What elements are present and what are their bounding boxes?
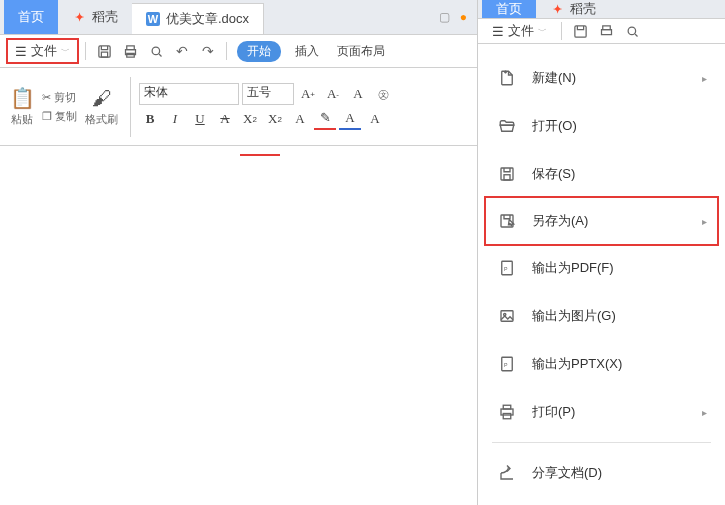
pptx-icon: P (496, 353, 518, 375)
menu-export-pdf[interactable]: P 输出为PDF(F) (478, 244, 725, 292)
save-icon (496, 163, 518, 185)
save-icon[interactable] (92, 39, 116, 63)
format-painter-group[interactable]: 🖌 格式刷 (81, 84, 122, 129)
menu-label: 新建(N) (532, 69, 576, 87)
tab-bar-left: 首页 ✦ 稻壳 W 优美文章.docx ▢ ● (0, 0, 477, 35)
redo-icon[interactable]: ↷ (196, 39, 220, 63)
phonetic-guide-button[interactable]: ㉆ (372, 83, 394, 105)
divider (226, 42, 227, 60)
ribbon: 📋 粘贴 ✂ 剪切 ❐ 复制 🖌 格式刷 宋体 (0, 68, 477, 146)
tab-home[interactable]: 首页 (4, 0, 58, 34)
paste-label: 粘贴 (11, 112, 33, 127)
menu-share[interactable]: 分享文档(D) (478, 449, 725, 497)
menu-open[interactable]: 打开(O) (478, 102, 725, 150)
copy-label: 复制 (55, 109, 77, 124)
menu-label: 输出为PDF(F) (532, 259, 614, 277)
file-menu-list: 新建(N) ▸ 打开(O) 保存(S) 另存为(A) ▸ P 输出为PDF(F) (478, 44, 725, 505)
svg-point-9 (628, 27, 636, 35)
tab-dao-right[interactable]: ✦ 稻壳 (536, 0, 610, 18)
tab-document[interactable]: W 优美文章.docx (132, 3, 264, 34)
print-preview-icon[interactable] (620, 19, 644, 43)
cursor-marker (240, 154, 280, 156)
format-painter-label: 格式刷 (85, 112, 118, 127)
tab-bar-right: 首页 ✦ 稻壳 (478, 0, 725, 19)
image-icon (496, 305, 518, 327)
decrease-font-button[interactable]: A- (322, 83, 344, 105)
svg-rect-8 (601, 29, 611, 34)
paste-group[interactable]: 📋 粘贴 (6, 84, 38, 129)
dao-icon: ✦ (72, 10, 86, 24)
copy-button[interactable]: ❐ 复制 (42, 109, 77, 124)
menu-print[interactable]: 打印(P) ▸ (478, 388, 725, 436)
underline-button[interactable]: U (189, 108, 211, 130)
print-preview-icon[interactable] (144, 39, 168, 63)
undo-icon[interactable]: ↶ (170, 39, 194, 63)
menu-save[interactable]: 保存(S) (478, 150, 725, 198)
dot-icon[interactable]: ● (460, 10, 467, 24)
menu-label: 输出为PPTX(X) (532, 355, 622, 373)
tab-dao-label-right: 稻壳 (570, 0, 596, 18)
cut-button[interactable]: ✂ 剪切 (42, 90, 77, 105)
menu-export-image[interactable]: 输出为图片(G) (478, 292, 725, 340)
brush-icon: 🖌 (90, 86, 114, 110)
cut-label: 剪切 (54, 90, 76, 105)
superscript-button[interactable]: X2 (239, 108, 261, 130)
chevron-right-icon: ▸ (702, 216, 707, 227)
font-group: 宋体 五号 A+ A- A ㉆ B I U A X2 X2 A ✎ A (139, 83, 394, 130)
bold-button[interactable]: B (139, 108, 161, 130)
menu-label: 打开(O) (532, 117, 577, 135)
tab-dao[interactable]: ✦ 稻壳 (58, 0, 132, 34)
font-size-select[interactable]: 五号 (242, 83, 294, 105)
save-icon[interactable] (568, 19, 592, 43)
file-label-right: 文件 (508, 22, 534, 40)
print-icon (496, 401, 518, 423)
chevron-right-icon: ▸ (702, 73, 707, 84)
quick-access-bar-right: ☰ 文件 ﹀ (478, 19, 725, 44)
start-tab[interactable]: 开始 (237, 41, 281, 62)
menu-new[interactable]: 新建(N) ▸ (478, 54, 725, 102)
file-menu-button-right[interactable]: ☰ 文件 ﹀ (484, 19, 555, 43)
svg-rect-21 (503, 414, 511, 419)
increase-font-button[interactable]: A+ (297, 83, 319, 105)
svg-text:P: P (504, 362, 508, 368)
print-icon[interactable] (118, 39, 142, 63)
document-canvas[interactable] (0, 146, 477, 505)
svg-point-5 (152, 47, 160, 55)
hamburger-icon: ☰ (492, 24, 504, 39)
scissors-icon: ✂ (42, 91, 51, 104)
svg-rect-1 (101, 52, 107, 57)
menu-label: 输出为图片(G) (532, 307, 616, 325)
tab-home-right[interactable]: 首页 (482, 0, 536, 18)
menu-label: 另存为(A) (532, 212, 588, 230)
print-icon[interactable] (594, 19, 618, 43)
file-menu-button[interactable]: ☰ 文件 ﹀ (6, 38, 79, 64)
chevron-down-icon: ﹀ (61, 45, 70, 58)
docx-icon: W (146, 12, 160, 26)
italic-button[interactable]: I (164, 108, 186, 130)
insert-tab[interactable]: 插入 (287, 43, 327, 60)
menu-label: 打印(P) (532, 403, 575, 421)
svg-rect-11 (504, 175, 510, 180)
divider (561, 22, 562, 40)
subscript-button[interactable]: X2 (264, 108, 286, 130)
text-effects-button[interactable]: A (289, 108, 311, 130)
change-case-button[interactable]: A (347, 83, 369, 105)
hamburger-icon: ☰ (15, 44, 27, 59)
font-color-button[interactable]: A (339, 108, 361, 130)
clear-formatting-button[interactable]: A (364, 108, 386, 130)
menu-export-pptx[interactable]: P 输出为PPTX(X) (478, 340, 725, 388)
folder-open-icon (496, 115, 518, 137)
page-layout-tab[interactable]: 页面布局 (329, 43, 393, 60)
highlight-color-button[interactable]: ✎ (314, 108, 336, 130)
menu-label: 分享文档(D) (532, 464, 602, 482)
divider (85, 42, 86, 60)
menu-save-as[interactable]: 另存为(A) ▸ (484, 196, 719, 246)
share-icon (496, 462, 518, 484)
presentation-icon[interactable]: ▢ (439, 10, 450, 24)
quick-access-bar: ☰ 文件 ﹀ ↶ ↷ 开始 插入 页面布局 (0, 35, 477, 68)
dao-icon: ✦ (550, 2, 564, 16)
menu-divider (492, 442, 711, 443)
strikethrough-button[interactable]: A (214, 108, 236, 130)
tab-document-label: 优美文章.docx (166, 10, 249, 28)
font-name-select[interactable]: 宋体 (139, 83, 239, 105)
